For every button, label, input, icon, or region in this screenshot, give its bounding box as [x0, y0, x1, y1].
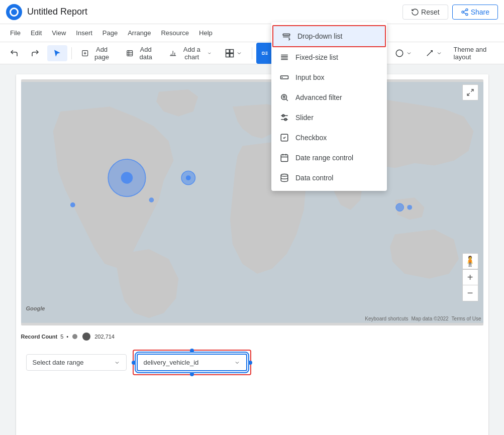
svg-point-53: [281, 174, 288, 177]
report-page: + − 🧍 Google Keyboard shortcuts Map data…: [16, 74, 488, 435]
resize-handle-top[interactable]: [190, 349, 194, 353]
layout-chevron-icon: [236, 50, 242, 56]
reset-icon: [411, 8, 419, 16]
svg-rect-8: [127, 50, 133, 56]
slider-label: Slider: [295, 114, 314, 122]
svg-line-40: [286, 99, 287, 100]
advanced-filter-icon: [279, 92, 289, 102]
app-logo: [6, 4, 22, 20]
share-button[interactable]: Share: [452, 5, 498, 20]
svg-rect-49: [281, 155, 288, 162]
date-range-control[interactable]: Select date range: [26, 354, 127, 371]
app-title: Untitled Report: [27, 7, 87, 17]
zoom-out-button[interactable]: −: [462, 285, 478, 301]
dropdown-list-label: Drop-down list: [297, 32, 342, 40]
reset-button[interactable]: Reset: [402, 5, 448, 20]
layout-control-button[interactable]: [220, 45, 248, 61]
dropdown-menu-item-date-range[interactable]: Date range control: [271, 148, 387, 168]
lines-chevron-icon: [436, 50, 442, 56]
cursor-tool-button[interactable]: [47, 45, 67, 61]
svg-point-63: [407, 205, 412, 210]
data-control-label: Data control: [295, 174, 333, 182]
menu-insert[interactable]: Insert: [72, 27, 96, 39]
redo-button[interactable]: [25, 45, 45, 61]
lines-icon: [425, 49, 434, 58]
dropdown-menu-item-slider[interactable]: Slider: [271, 107, 387, 128]
zoom-in-button[interactable]: +: [462, 269, 478, 285]
undo-redo-group: [4, 45, 45, 61]
date-range-label: Select date range: [33, 359, 84, 366]
add-chart-button[interactable]: Add a chart: [164, 42, 218, 64]
pegman-icon: 🧍: [464, 255, 476, 267]
map-footer: Keyboard shortcuts Map data ©2022 Terms …: [365, 316, 481, 321]
input-box-label: Input box: [295, 73, 325, 81]
dropdown-control-wrapper: delivery_vehicle_id: [137, 354, 247, 371]
date-range-icon: [279, 153, 289, 163]
svg-rect-17: [230, 49, 233, 53]
map-legend: Record Count 5 • 202,714: [21, 330, 483, 344]
menu-arrange[interactable]: Arrange: [124, 27, 155, 39]
zoom-controls: + −: [462, 269, 478, 301]
svg-point-66: [72, 334, 77, 339]
svg-line-4: [463, 10, 466, 12]
menu-view[interactable]: View: [48, 27, 70, 39]
theme-layout-label[interactable]: Theme and layout: [450, 43, 500, 64]
dropdown-list-icon: [281, 31, 291, 41]
resize-handle-left[interactable]: [132, 361, 136, 365]
svg-point-67: [82, 333, 90, 341]
legend-label: Record Count: [21, 334, 58, 340]
pegman-button[interactable]: 🧍: [462, 253, 478, 269]
google-logo: Google: [26, 305, 45, 311]
dropdown-menu-item-dropdown-list[interactable]: Drop-down list: [272, 25, 386, 47]
menu-help[interactable]: Help: [195, 27, 217, 39]
svg-rect-16: [226, 49, 229, 53]
menu-bar: File Edit View Insert Page Arrange Resou…: [0, 24, 504, 42]
resize-handle-right[interactable]: [248, 361, 252, 365]
dropdown-chevron-icon: [234, 360, 240, 366]
add-page-button[interactable]: Add page: [76, 42, 119, 64]
add-data-button[interactable]: Add data: [121, 42, 162, 64]
dropdown-menu-item-input-box[interactable]: Input box: [271, 67, 387, 87]
keyboard-shortcuts-link[interactable]: Keyboard shortcuts: [365, 316, 408, 321]
top-bar: Untitled Report Reset Share: [0, 0, 504, 24]
terms-of-use-link[interactable]: Terms of Use: [452, 316, 481, 321]
resize-handle-bottom[interactable]: [190, 372, 194, 376]
dropdown-menu-item-fixed-size-list[interactable]: Fixed-size list: [271, 47, 387, 67]
lines-button[interactable]: [420, 45, 448, 61]
share-icon: [461, 8, 469, 16]
map-area: + − 🧍 Google Keyboard shortcuts Map data…: [21, 79, 483, 325]
toolbar: Add page Add data Add a chart Add a cont…: [0, 42, 504, 64]
svg-point-57: [121, 172, 132, 183]
add-data-icon: [126, 49, 133, 58]
delivery-vehicle-dropdown[interactable]: delivery_vehicle_id: [137, 354, 247, 371]
map-controls: [462, 84, 478, 100]
menu-file[interactable]: File: [6, 27, 25, 39]
checkbox-label: Checkbox: [295, 134, 327, 142]
svg-point-60: [70, 202, 75, 207]
top-right-actions: Reset Share: [402, 5, 498, 20]
advanced-filter-label: Advanced filter: [295, 93, 342, 101]
data-control-icon: [279, 173, 289, 183]
menu-edit[interactable]: Edit: [27, 27, 46, 39]
shapes-button[interactable]: [389, 45, 418, 61]
input-box-icon: [279, 72, 289, 82]
fullscreen-button[interactable]: [462, 84, 478, 100]
undo-icon: [10, 49, 19, 58]
dropdown-menu-item-advanced-filter[interactable]: Advanced filter: [271, 87, 387, 107]
menu-page[interactable]: Page: [98, 27, 122, 39]
dropdown-menu-item-checkbox[interactable]: Checkbox: [271, 128, 387, 148]
svg-point-1: [462, 11, 464, 13]
world-map-svg: [21, 79, 483, 325]
dropdown-menu-item-data-control[interactable]: Data control: [271, 168, 387, 188]
fixed-size-list-label: Fixed-size list: [295, 53, 338, 61]
undo-button[interactable]: [4, 45, 24, 61]
svg-line-3: [463, 13, 466, 14]
svg-point-62: [395, 203, 404, 211]
add-chart-chevron-icon: [207, 50, 212, 56]
menu-resource[interactable]: Resource: [157, 27, 193, 39]
svg-line-64: [471, 89, 473, 92]
add-control-dropdown: Drop-down list Fixed-size list Input box…: [271, 22, 387, 191]
map-data-label: Map data ©2022: [412, 316, 449, 321]
bottom-controls: Select date range delivery_vehicle_id: [21, 354, 483, 371]
svg-point-29: [396, 50, 403, 57]
